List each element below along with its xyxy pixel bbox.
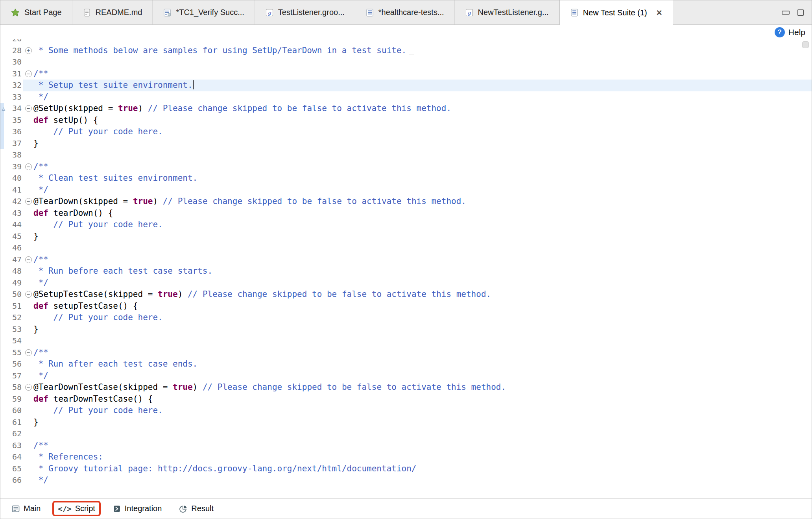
edit-marker-icon: △: [0, 103, 7, 115]
fold-column: +: [23, 45, 33, 57]
line-number: 41: [7, 184, 23, 196]
fold-column: [23, 370, 33, 382]
marker-column: [0, 196, 7, 208]
fold-column: −: [23, 347, 33, 359]
code-text: @SetupTestCase(skipped = true) // Please…: [33, 289, 812, 300]
marker-column: [0, 335, 7, 347]
fold-collapse-icon[interactable]: −: [25, 70, 32, 77]
fold-collapse-icon[interactable]: −: [25, 105, 32, 112]
tab-readme-md[interactable]: README.md: [72, 0, 153, 24]
marker-column: [0, 300, 7, 312]
tab-new-test-suite-1[interactable]: New Test Suite (1)✕: [559, 0, 673, 25]
fold-column: [23, 405, 33, 417]
testsuite-icon: [365, 8, 374, 17]
maximize-view-icon[interactable]: [797, 9, 804, 16]
code-editor[interactable]: 2628+ * Some methods below are samples f…: [0, 39, 812, 498]
code-text: [33, 39, 812, 45]
code-text: * Setup test suite environment.: [33, 80, 812, 91]
tab-tc1-verify-succ[interactable]: *TC1_Verify Succ...: [153, 0, 255, 24]
line-number: 61: [7, 417, 23, 428]
code-text: [33, 56, 812, 68]
code-text: [33, 335, 812, 347]
fold-column: [23, 393, 33, 405]
marker-column: [0, 475, 7, 486]
scrollbar-thumb[interactable]: [802, 41, 809, 48]
fold-collapse-icon[interactable]: −: [25, 384, 32, 391]
marker-column: [0, 80, 7, 91]
fold-column: [23, 451, 33, 463]
code-line: 57 */: [0, 370, 812, 382]
code-text: }: [33, 138, 812, 150]
marker-column: [0, 405, 7, 417]
code-text: @TearDown(skipped = true) // Please chan…: [33, 196, 812, 208]
code-text: def tearDown() {: [33, 208, 812, 219]
marker-column: [0, 56, 7, 68]
fold-column: −: [23, 382, 33, 393]
tab-newtestlistener-g[interactable]: gNewTestListener.g...: [455, 0, 559, 24]
code-text: // Put your code here.: [33, 126, 812, 138]
fold-column: −: [23, 254, 33, 266]
code-text: }: [33, 417, 812, 428]
marker-column: [0, 149, 7, 161]
fold-collapse-icon[interactable]: −: [25, 349, 32, 356]
tab-testlistener-groo[interactable]: gTestListener.groo...: [255, 0, 355, 24]
line-number: 28: [7, 45, 23, 57]
code-line: 32 * Setup test suite environment.: [0, 80, 812, 91]
fold-expand-icon[interactable]: +: [25, 47, 32, 54]
code-line: 49 */: [0, 277, 812, 289]
fold-column: [23, 324, 33, 335]
code-line: 41 */: [0, 184, 812, 196]
code-text: // Put your code here.: [33, 405, 812, 417]
code-line: 50−@SetupTestCase(skipped = true) // Ple…: [0, 289, 812, 300]
line-number: 66: [7, 475, 23, 486]
tab-integration[interactable]: Integration: [107, 501, 168, 516]
star-icon: [11, 8, 20, 17]
marker-column: [0, 463, 7, 475]
code-text: */: [33, 475, 812, 486]
code-line: 43def tearDown() {: [0, 208, 812, 219]
line-number: 33: [7, 91, 23, 103]
folded-region-icon[interactable]: [409, 47, 414, 54]
tab-main[interactable]: Main: [6, 501, 46, 516]
fold-column: [23, 115, 33, 126]
help-label: Help: [788, 28, 805, 37]
code-line: 42−@TearDown(skipped = true) // Please c…: [0, 196, 812, 208]
fold-collapse-icon[interactable]: −: [25, 291, 32, 298]
tab-strip: Start PageREADME.md*TC1_Verify Succ...gT…: [0, 0, 673, 24]
close-icon[interactable]: ✕: [656, 8, 663, 17]
line-number: 64: [7, 451, 23, 463]
fold-column: [23, 428, 33, 440]
fold-collapse-icon[interactable]: −: [25, 256, 32, 263]
fold-collapse-icon[interactable]: −: [25, 163, 32, 170]
minimize-view-icon[interactable]: [782, 11, 790, 15]
help-button[interactable]: ? Help: [775, 27, 805, 37]
fold-column: [23, 475, 33, 486]
line-number: 45: [7, 231, 23, 243]
line-number: 32: [7, 80, 23, 91]
tab-result[interactable]: Result: [173, 501, 219, 516]
code-line: 51def setupTestCase() {: [0, 300, 812, 312]
code-text: // Put your code here.: [33, 312, 812, 324]
tab-label: NewTestListener.g...: [478, 8, 549, 17]
code-line: 36 // Put your code here.: [0, 126, 812, 138]
tab-start-page[interactable]: Start Page: [0, 0, 72, 24]
fold-column: [23, 335, 33, 347]
line-number: 48: [7, 265, 23, 277]
marker-column: [0, 126, 7, 138]
code-text: }: [33, 324, 812, 335]
fold-column: [23, 231, 33, 243]
code-text: /**: [33, 68, 812, 80]
code-line: 56 * Run after each test case ends.: [0, 358, 812, 370]
tab-label: TestListener.groo...: [278, 8, 345, 17]
tab-healthcare-tests[interactable]: *healthcare-tests...: [355, 0, 455, 24]
code-line: 46: [0, 242, 812, 254]
fold-collapse-icon[interactable]: −: [25, 198, 32, 205]
line-number: 57: [7, 370, 23, 382]
code-text: // Put your code here.: [33, 219, 812, 231]
testcase-icon: [163, 8, 172, 17]
code-text: * Groovy tutorial page: http://docs.groo…: [33, 463, 812, 475]
tab-script[interactable]: </>Script: [52, 501, 100, 516]
fold-column: [23, 184, 33, 196]
line-number: 44: [7, 219, 23, 231]
marker-column: [0, 161, 7, 173]
